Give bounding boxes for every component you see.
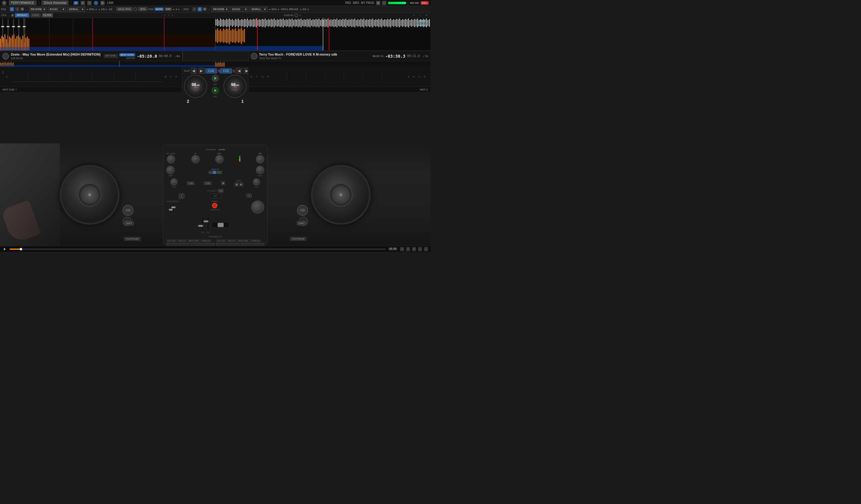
fx1-s-btn[interactable]: S	[20, 8, 24, 11]
pad-3[interactable]	[191, 243, 202, 246]
deck2-nav-right[interactable]: ▶	[199, 68, 204, 74]
deck1-fader5[interactable]	[24, 19, 25, 43]
deck1-grid-handle[interactable]	[2, 71, 5, 83]
deck1-fader1[interactable]	[2, 19, 3, 43]
beat-fx-1[interactable]: 1	[209, 171, 212, 174]
fx2-effect1[interactable]: REVERB▾	[211, 7, 229, 12]
deck1-platter[interactable]: 98.00 0.0% WIDE	[223, 75, 247, 98]
beat-left[interactable]: ◂	[173, 8, 174, 11]
ch1-fader[interactable]	[202, 216, 204, 231]
rec-button[interactable]: REC	[421, 1, 429, 5]
deck1-fader4[interactable]	[18, 19, 19, 43]
spin-circle[interactable]	[134, 8, 137, 11]
arrow-left-btn[interactable]: ◀	[221, 181, 225, 185]
fx1-effect1[interactable]: REVERB▾	[29, 7, 47, 12]
beat-jump-mode-btn2[interactable]: BEAT JUMP	[237, 239, 249, 242]
deck-layout-btn[interactable]: 2Deck Horizontal	[42, 1, 68, 5]
left-play-pause-btn[interactable]: PLAY/PAUSE	[124, 237, 140, 241]
fx1-dots[interactable]: ...	[25, 8, 27, 11]
back-spin-btn[interactable]: BACK SPIN	[116, 7, 133, 11]
settings-icon[interactable]: ⚙	[376, 1, 380, 5]
grid-icon[interactable]: ⊞	[81, 1, 85, 5]
cfx-knob1[interactable]	[170, 178, 178, 185]
hot-cue-mode-btn-right[interactable]: HOT CUE	[216, 239, 226, 242]
timeline[interactable]	[10, 249, 386, 250]
performance-mode-btn[interactable]: PERFORMANCE	[9, 1, 37, 5]
deck1-q-btn[interactable]: Q	[233, 69, 235, 73]
right-platter-large[interactable]	[311, 165, 371, 225]
layout-icon[interactable]: ▦	[100, 1, 105, 5]
deck2-num-btn[interactable]: 2	[246, 194, 252, 197]
maximize-icon[interactable]: ⛶	[424, 247, 428, 251]
deck1-num-btn[interactable]: 1	[179, 194, 184, 197]
mic-level-knob[interactable]	[167, 155, 175, 164]
right-shift-btn[interactable]: SHIFT	[297, 221, 306, 225]
fx1-btn2[interactable]: 2	[15, 7, 19, 11]
pad-12[interactable]	[253, 243, 264, 246]
beat-fx-3[interactable]: 15↑	[217, 171, 222, 174]
deck1-fader3[interactable]	[13, 19, 14, 43]
fx1-pct-left[interactable]: ◂	[86, 8, 88, 11]
sampler-mode-btn2[interactable]: SAMPLER	[250, 239, 261, 242]
cue-small-1[interactable]: CUE	[187, 182, 195, 185]
left-platter-large[interactable]	[60, 165, 120, 225]
beat-jump-mode-btn[interactable]: BEAT JUMP	[188, 239, 200, 242]
link-btn[interactable]: LINK	[107, 1, 113, 4]
pad-fx2-mode-btn[interactable]: PAD FX1	[227, 239, 237, 242]
vb-right[interactable]: ▸	[308, 8, 309, 11]
cfx-param-knob[interactable]	[295, 13, 298, 17]
pad-10[interactable]	[228, 243, 240, 246]
fx2-s-btn[interactable]: S	[203, 8, 206, 11]
deck1-hot-cue-arrow[interactable]: ▾	[16, 88, 17, 91]
deck1-beat-sync[interactable]: BEAT SYNC	[119, 53, 135, 56]
vb-left[interactable]: ◂	[300, 8, 301, 11]
fx1-pct-right[interactable]: ▸	[96, 8, 97, 11]
cfx-knob2[interactable]	[253, 178, 260, 185]
deck2-grid-area[interactable]	[272, 71, 407, 82]
waveform-deck2[interactable]: -1.4Bars 9.4Bars	[216, 18, 430, 51]
fx1-effect2[interactable]: ECHO▾	[48, 7, 66, 12]
hot-cue-mode-btn-left[interactable]: HOT CUE	[166, 239, 177, 242]
deck1-hot-cue-label[interactable]: HOT CUE	[2, 88, 14, 91]
fx1-effect3[interactable]: SPIRAL▾	[67, 7, 85, 12]
cfx-icon[interactable]	[11, 14, 14, 16]
sampler-mode-btn[interactable]: SAMPLER	[201, 239, 212, 242]
mini-wf-deck2[interactable]	[216, 61, 430, 67]
pad-2[interactable]	[178, 243, 190, 246]
side-panel-icon[interactable]	[382, 1, 386, 5]
fx2-pct-left[interactable]: ◂	[269, 8, 270, 11]
right-play-pause-btn[interactable]: PLAY/PAUSE	[290, 237, 306, 241]
waveform-deck1[interactable]	[0, 18, 216, 51]
deck2-play-btn[interactable]	[212, 75, 219, 82]
fx2-btn2[interactable]: 2	[197, 7, 202, 11]
fx1-btn1[interactable]: 1	[10, 7, 14, 11]
cfx-filter-btn[interactable]: FILTER	[42, 13, 53, 17]
deck1-grid-area[interactable]	[11, 71, 164, 82]
fx2-btn1[interactable]: 1	[192, 7, 196, 11]
hi-knob[interactable]	[191, 155, 200, 164]
low-knob1[interactable]	[166, 166, 175, 174]
pad-btn[interactable]: P	[73, 1, 78, 5]
crossfader[interactable]	[212, 222, 230, 228]
monitor-icon[interactable]: ⊡	[400, 247, 404, 251]
level-depth-knob[interactable]	[251, 200, 264, 214]
deck1-play-btn[interactable]	[212, 87, 219, 94]
deck1-nav-left[interactable]: ◀	[236, 68, 242, 74]
beat-right[interactable]: ▸	[178, 8, 180, 11]
deck1-disc[interactable]: ○	[2, 53, 9, 59]
expand-icon[interactable]: ⤢	[418, 247, 422, 251]
deck2-disc[interactable]: ○	[251, 53, 257, 59]
deck2-q-btn[interactable]: Q	[218, 69, 220, 73]
pad-fx1-mode-btn[interactable]: PAD FX1	[177, 239, 187, 242]
mixer-icon[interactable]: ≡	[87, 1, 92, 5]
left-shift-btn[interactable]: SHIFT	[124, 221, 134, 225]
beat-fx-2[interactable]: 2	[213, 171, 216, 174]
ld-fader2[interactable]	[173, 203, 174, 215]
mid2-knob[interactable]	[256, 155, 264, 164]
bottom-play-btn[interactable]	[2, 247, 7, 252]
pad-1[interactable]	[166, 243, 178, 246]
deck2-platter[interactable]: 98.00 126.00 WIDE	[184, 75, 207, 98]
midi-menu-item[interactable]: MIDI	[353, 1, 359, 4]
fx1-frac-right[interactable]: ▸	[106, 8, 107, 11]
deck1-cue-btn[interactable]: CUE	[220, 68, 232, 73]
